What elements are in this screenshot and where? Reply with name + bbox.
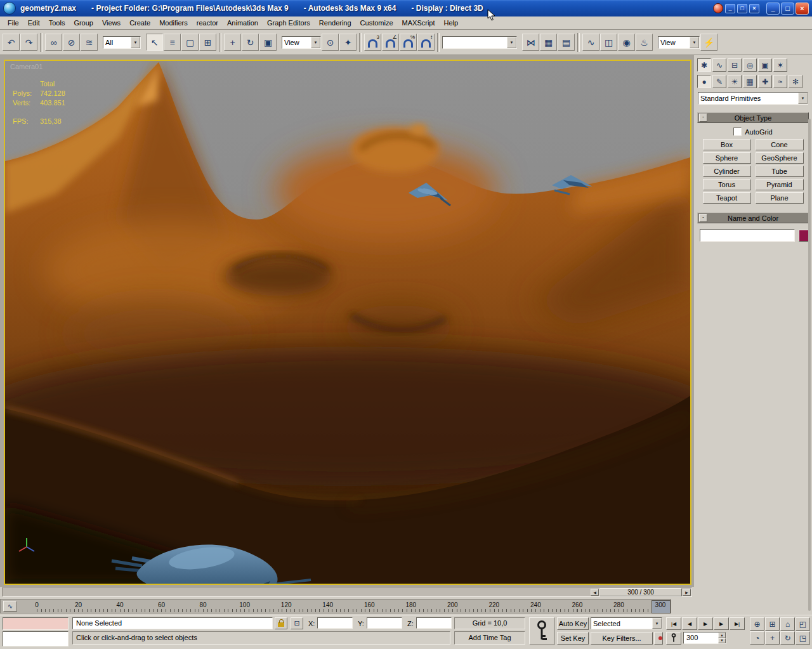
object-type-button-cylinder[interactable]: Cylinder bbox=[703, 166, 751, 177]
field-of-view-button[interactable]: ◔ bbox=[750, 631, 764, 645]
name-color-rollout-header[interactable]: - Name and Color bbox=[697, 213, 809, 223]
select-by-name-button[interactable]: ≡ bbox=[164, 34, 181, 51]
time-slider-next-arrow[interactable]: ▶ bbox=[683, 589, 691, 596]
x-coordinate-input[interactable] bbox=[317, 617, 353, 629]
spinner-snap-toggle[interactable]: ↕ bbox=[417, 34, 435, 51]
open-mini-curve-editor-button[interactable]: ∿ bbox=[3, 601, 17, 612]
object-type-button-teapot[interactable]: Teapot bbox=[703, 192, 751, 204]
zoom-region-button[interactable]: ◰ bbox=[796, 617, 810, 631]
object-type-button-cone[interactable]: Cone bbox=[756, 139, 804, 150]
selection-lock-toggle[interactable] bbox=[275, 617, 287, 629]
snaps-toggle[interactable]: 3 bbox=[364, 34, 381, 51]
subcategory-dropdown-arrow-icon[interactable]: ▼ bbox=[798, 93, 808, 104]
maximize-button[interactable]: □ bbox=[781, 3, 794, 15]
command-panel-scrollbar[interactable] bbox=[808, 119, 811, 611]
schematic-view-button[interactable]: ◫ bbox=[600, 34, 617, 51]
time-slider-handle[interactable]: 300 / 300 bbox=[599, 588, 682, 596]
menu-item-animation[interactable]: Animation bbox=[223, 18, 263, 28]
category-space-warps[interactable]: ≈ bbox=[773, 75, 787, 88]
menu-item-views[interactable]: Views bbox=[98, 18, 125, 28]
play-animation-button[interactable]: ▶ bbox=[698, 617, 713, 630]
previous-frame-button[interactable]: ◀ bbox=[682, 617, 697, 630]
menu-item-rendering[interactable]: Rendering bbox=[315, 18, 356, 28]
object-type-button-tube[interactable]: Tube bbox=[756, 166, 804, 177]
key-filter-set-arrow-icon[interactable]: ▼ bbox=[652, 618, 662, 629]
pan-view-button[interactable]: + bbox=[765, 631, 780, 645]
key-filters-button[interactable]: Key Filters... bbox=[591, 632, 653, 645]
tab-hierarchy[interactable]: ⊟ bbox=[728, 58, 742, 72]
category-geometry[interactable]: ● bbox=[697, 75, 711, 88]
arc-rotate-button[interactable]: ↻ bbox=[780, 631, 795, 645]
titlebar-orb-icon[interactable] bbox=[713, 3, 723, 13]
category-lights[interactable]: ☀ bbox=[728, 75, 742, 88]
rectangular-selection-region-button[interactable]: ▢ bbox=[181, 34, 199, 51]
absolute-offset-mode-toggle[interactable]: ⊡ bbox=[291, 617, 303, 629]
subcategory-dropdown[interactable]: Standard Primitives ▼ bbox=[698, 92, 808, 105]
select-and-move-button[interactable]: + bbox=[224, 34, 241, 51]
minimize-button[interactable]: _ bbox=[766, 3, 780, 15]
zoom-all-button[interactable]: ⊞ bbox=[765, 617, 780, 631]
undo-button[interactable]: ↶ bbox=[3, 34, 20, 51]
zoom-button[interactable]: ⊕ bbox=[750, 617, 764, 631]
select-and-scale-button[interactable]: ▣ bbox=[259, 34, 277, 51]
object-type-rollout-header[interactable]: - Object Type bbox=[697, 112, 809, 123]
align-button[interactable]: ▦ bbox=[540, 34, 557, 51]
redo-button[interactable]: ↷ bbox=[20, 34, 37, 51]
camera01-viewport[interactable]: Camera01 Total Polys: 742.128 Verts: 403… bbox=[4, 60, 691, 585]
select-object-button[interactable]: ↖ bbox=[146, 34, 163, 51]
next-frame-button[interactable]: ▶ bbox=[714, 617, 729, 630]
title-bar[interactable]: geometry2.max- Project Folder: G:\Progra… bbox=[0, 0, 812, 16]
auto-key-toggle[interactable]: Auto Key bbox=[557, 617, 589, 630]
object-type-button-sphere[interactable]: Sphere bbox=[703, 152, 751, 164]
viewport-label[interactable]: Camera01 bbox=[10, 63, 43, 70]
unlink-selection-button[interactable]: ⊘ bbox=[63, 34, 80, 51]
menu-item-tools[interactable]: Tools bbox=[44, 18, 70, 28]
time-slider-track[interactable]: ◀ 300 / 300 ▶ bbox=[2, 587, 692, 597]
selection-filter-dropdown[interactable]: All▼ bbox=[103, 36, 141, 49]
tab-motion[interactable]: ◎ bbox=[743, 58, 757, 72]
named-selection-sets-dropdown[interactable]: ▼ bbox=[442, 36, 517, 49]
current-frame-field[interactable]: 300 ▲ ▼ bbox=[683, 632, 726, 644]
render-scene-button[interactable]: ♨ bbox=[636, 34, 653, 51]
maxscript-mini-recorder[interactable] bbox=[3, 617, 69, 630]
category-cameras[interactable]: ▦ bbox=[743, 75, 757, 88]
time-slider-previous-arrow[interactable]: ◀ bbox=[591, 589, 599, 596]
render-type-dropdown-arrow-icon[interactable]: ▼ bbox=[690, 37, 699, 48]
menu-item-create[interactable]: Create bbox=[125, 18, 155, 28]
percent-snap-toggle[interactable]: % bbox=[400, 34, 417, 51]
select-and-rotate-button[interactable]: ↻ bbox=[242, 34, 259, 51]
menu-item-graph-editors[interactable]: Graph Editors bbox=[263, 18, 315, 28]
tab-display[interactable]: ▣ bbox=[758, 58, 772, 72]
curve-editor-button[interactable]: ∿ bbox=[582, 34, 599, 51]
zoom-extents-button[interactable]: ⌂ bbox=[780, 617, 795, 631]
quick-render-button[interactable]: ⚡ bbox=[700, 34, 717, 51]
reference-coordinate-system-dropdown[interactable]: View▼ bbox=[282, 36, 321, 49]
object-type-collapse-icon[interactable]: - bbox=[699, 114, 707, 122]
object-type-button-plane[interactable]: Plane bbox=[756, 192, 804, 204]
object-type-button-pyramid[interactable]: Pyramid bbox=[756, 179, 804, 190]
select-and-link-button[interactable]: ∞ bbox=[45, 34, 62, 51]
child-restore-button[interactable]: □ bbox=[737, 4, 747, 13]
y-coordinate-input[interactable] bbox=[367, 617, 402, 629]
bind-to-space-warp-button[interactable]: ≋ bbox=[81, 34, 98, 51]
menu-item-customize[interactable]: Customize bbox=[356, 18, 398, 28]
menu-item-reactor[interactable]: reactor bbox=[192, 18, 223, 28]
object-type-button-box[interactable]: Box bbox=[703, 139, 751, 150]
menu-item-modifiers[interactable]: Modifiers bbox=[155, 18, 192, 28]
category-shapes[interactable]: ✎ bbox=[712, 75, 726, 88]
object-type-button-geosphere[interactable]: GeoSphere bbox=[756, 152, 804, 164]
menu-item-file[interactable]: File bbox=[3, 18, 23, 28]
window-crossing-toggle[interactable]: ⊞ bbox=[199, 34, 216, 51]
autogrid-checkbox[interactable] bbox=[733, 128, 742, 136]
go-to-start-button[interactable]: |◀ bbox=[666, 617, 681, 630]
name-color-collapse-icon[interactable]: - bbox=[699, 214, 707, 222]
category-helpers[interactable]: ✚ bbox=[758, 75, 772, 88]
key-filter-set-dropdown[interactable]: Selected ▼ bbox=[591, 617, 662, 629]
select-and-manipulate-button[interactable]: ✦ bbox=[339, 34, 357, 51]
track-bar[interactable]: ∿ 02040608010012014016018020022024026028… bbox=[0, 599, 671, 613]
render-type-dropdown[interactable]: View▼ bbox=[658, 36, 700, 49]
material-editor-button[interactable]: ◉ bbox=[618, 34, 635, 51]
reference-coordinate-system-dropdown-arrow-icon[interactable]: ▼ bbox=[311, 37, 320, 48]
child-minimize-button[interactable]: _ bbox=[725, 4, 735, 13]
frame-spinner-up[interactable]: ▲ bbox=[718, 633, 726, 638]
